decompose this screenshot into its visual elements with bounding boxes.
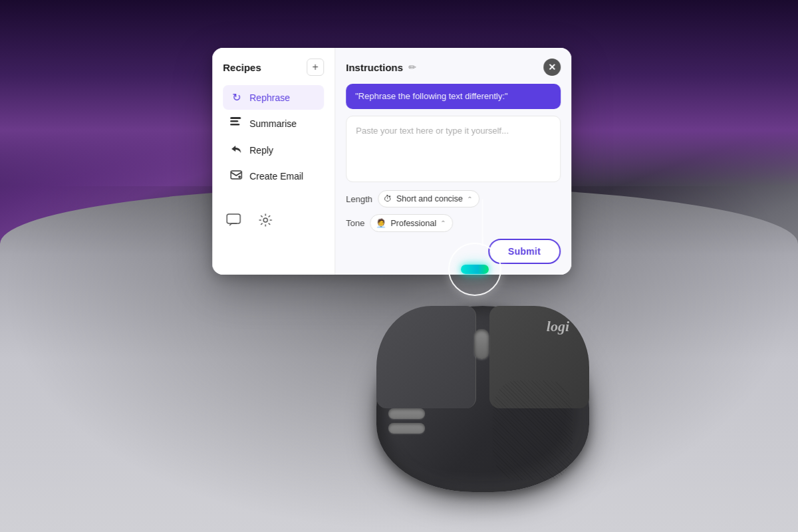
mouse-ai-button bbox=[461, 265, 489, 274]
text-input-placeholder: Paste your text here or type it yourself… bbox=[356, 124, 551, 138]
add-recipe-button[interactable]: + bbox=[307, 59, 324, 76]
chat-icon[interactable] bbox=[223, 209, 244, 231]
tone-label: Tone bbox=[346, 218, 364, 228]
create-email-label: Create Email bbox=[249, 171, 303, 182]
recipes-panel: Recipes + ↻ Rephrase Summarise bbox=[212, 48, 335, 275]
reply-label: Reply bbox=[249, 145, 273, 156]
length-chevron-icon: ⌃ bbox=[467, 196, 472, 203]
instructions-title-group: Instructions ✏ bbox=[346, 62, 416, 73]
instructions-title: Instructions bbox=[346, 62, 403, 73]
instructions-panel: Instructions ✏ ✕ "Rephrase the following… bbox=[335, 48, 571, 275]
svg-point-7 bbox=[263, 218, 267, 222]
mouse-side-btn-bottom bbox=[388, 423, 425, 434]
mouse-product-image: logi bbox=[343, 279, 622, 492]
length-option-row: Length ⏱ Short and concise ⌃ bbox=[346, 190, 561, 207]
logitech-logo: logi bbox=[547, 318, 569, 335]
tone-person-icon: 🧑‍💼 bbox=[376, 218, 386, 228]
close-button[interactable]: ✕ bbox=[543, 59, 561, 76]
recipes-title: Recipes bbox=[223, 62, 261, 73]
instructions-header: Instructions ✏ ✕ bbox=[346, 59, 561, 76]
tone-picker[interactable]: 🧑‍💼 Professional ⌃ bbox=[370, 214, 453, 232]
recipe-item-reply[interactable]: Reply bbox=[223, 138, 324, 163]
tone-value: Professional bbox=[390, 219, 436, 228]
mouse-side-buttons bbox=[388, 408, 425, 434]
length-label: Length bbox=[346, 194, 372, 204]
settings-icon[interactable] bbox=[255, 209, 276, 231]
svg-rect-2 bbox=[230, 124, 239, 126]
reply-icon bbox=[229, 144, 243, 157]
recipes-footer bbox=[223, 201, 324, 231]
main-panel: Recipes + ↻ Rephrase Summarise bbox=[212, 48, 571, 275]
svg-rect-1 bbox=[230, 120, 238, 122]
summarise-icon bbox=[229, 117, 243, 130]
mouse-body: logi bbox=[376, 306, 589, 492]
tone-option-row: Tone 🧑‍💼 Professional ⌃ bbox=[346, 214, 561, 232]
length-picker[interactable]: ⏱ Short and concise ⌃ bbox=[378, 190, 479, 207]
rephrase-icon: ↻ bbox=[229, 91, 243, 104]
tone-chevron-icon: ⌃ bbox=[440, 219, 446, 227]
svg-rect-0 bbox=[230, 117, 241, 119]
recipe-item-rephrase[interactable]: ↻ Rephrase bbox=[223, 85, 324, 110]
summarise-label: Summarise bbox=[249, 118, 297, 129]
length-value: Short and concise bbox=[396, 194, 463, 203]
mouse-scroll-wheel bbox=[474, 329, 489, 359]
recipe-item-create-email[interactable]: Create Email bbox=[223, 164, 324, 188]
edit-icon[interactable]: ✏ bbox=[408, 62, 416, 72]
mouse-highlight-circle bbox=[448, 243, 501, 296]
length-clock-icon: ⏱ bbox=[384, 194, 392, 203]
connector-line bbox=[482, 200, 483, 246]
mouse-side-btn-top bbox=[388, 408, 425, 419]
recipe-item-summarise[interactable]: Summarise bbox=[223, 111, 324, 136]
create-email-icon bbox=[229, 170, 243, 182]
svg-rect-6 bbox=[227, 214, 240, 223]
mouse-left-button bbox=[376, 306, 476, 408]
instruction-prompt: "Rephrase the following text differently… bbox=[346, 84, 561, 109]
rephrase-label: Rephrase bbox=[249, 92, 290, 103]
recipes-header: Recipes + bbox=[223, 59, 324, 76]
text-input-area[interactable]: Paste your text here or type it yourself… bbox=[346, 116, 561, 182]
mouse-texture bbox=[493, 380, 573, 480]
